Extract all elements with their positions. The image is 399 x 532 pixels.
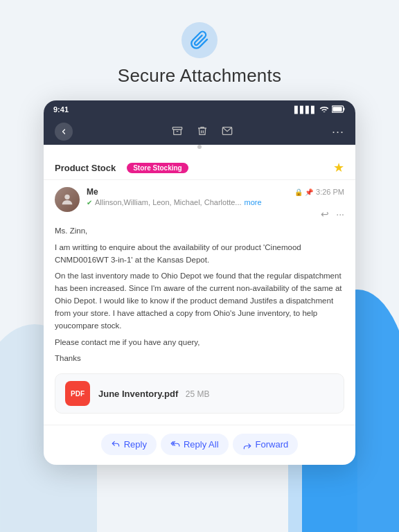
attachment-card[interactable]: PDF June Inventory.pdf 25 MB bbox=[55, 373, 344, 414]
recipients-text: Allinson,William, Leon, Michael, Charlot… bbox=[95, 198, 242, 206]
reply-all-button[interactable]: Reply All bbox=[161, 434, 229, 455]
svg-rect-3 bbox=[172, 127, 181, 129]
action-icons-row: ↩ ··· bbox=[87, 209, 344, 220]
more-options-icon[interactable]: ··· bbox=[336, 209, 344, 220]
back-button[interactable] bbox=[55, 123, 73, 141]
reply-quick-icon[interactable]: ↩ bbox=[321, 209, 329, 220]
sender-info: Me 🔒 📌 3:26 PM ✔ Allinson,William, Leon,… bbox=[87, 187, 344, 220]
mail-icon[interactable] bbox=[222, 125, 233, 139]
svg-rect-1 bbox=[344, 107, 345, 110]
sender-name: Me bbox=[87, 187, 98, 197]
status-icons: ▋▋▋▋ bbox=[294, 105, 346, 114]
sender-name-row: Me 🔒 📌 3:26 PM bbox=[87, 187, 344, 197]
reply-label: Reply bbox=[124, 439, 147, 450]
email-subject: Product Stock bbox=[55, 163, 116, 173]
toolbar-right: ··· bbox=[332, 125, 344, 139]
recipients-row: ✔ Allinson,William, Leon, Michael, Charl… bbox=[87, 198, 344, 206]
more-icon[interactable]: ··· bbox=[332, 125, 344, 139]
avatar bbox=[55, 187, 80, 212]
app-icon bbox=[181, 22, 218, 58]
body-p1: I am writting to enquire about the avail… bbox=[55, 242, 344, 267]
forward-label: Forward bbox=[256, 439, 289, 450]
reply-button[interactable]: Reply bbox=[101, 434, 157, 455]
status-bar: 9:41 ▋▋▋▋ bbox=[44, 100, 355, 118]
attachment-info: June Inventory.pdf 25 MB bbox=[98, 387, 334, 400]
body-p2: On the last inventory made to Ohio Depot… bbox=[55, 270, 344, 332]
back-icon bbox=[60, 127, 68, 136]
dot-indicator bbox=[197, 145, 202, 149]
tablet-frame: 9:41 ▋▋▋▋ bbox=[44, 100, 355, 465]
pdf-icon: PDF bbox=[65, 381, 90, 406]
reply-all-icon bbox=[170, 440, 180, 450]
attachment-name: June Inventory.pdf bbox=[98, 389, 178, 399]
page-title: Secure Attachments bbox=[118, 65, 281, 87]
sender-row: Me 🔒 📌 3:26 PM ✔ Allinson,William, Leon,… bbox=[55, 187, 344, 220]
bottom-actions: Reply Reply All Forward bbox=[44, 425, 355, 465]
battery-icon bbox=[332, 105, 346, 114]
avatar-image bbox=[55, 187, 80, 212]
forward-button[interactable]: Forward bbox=[233, 434, 299, 455]
sender-time-icons: 🔒 📌 bbox=[294, 188, 313, 196]
reply-icon bbox=[111, 440, 121, 450]
email-tag: Store Stocking bbox=[127, 163, 188, 173]
wifi-icon bbox=[319, 105, 329, 114]
toolbar-left bbox=[55, 123, 73, 141]
status-time: 9:41 bbox=[53, 105, 69, 114]
email-body: Me 🔒 📌 3:26 PM ✔ Allinson,William, Leon,… bbox=[44, 180, 355, 425]
email-header-left: Product Stock Store Stocking bbox=[55, 163, 188, 173]
sender-time: 🔒 📌 3:26 PM bbox=[294, 188, 344, 196]
page-header: Secure Attachments bbox=[0, 0, 399, 87]
signal-icon: ▋▋▋▋ bbox=[294, 106, 317, 114]
check-icon: ✔ bbox=[87, 199, 92, 206]
toolbar: ··· bbox=[44, 118, 355, 145]
paperclip-icon bbox=[190, 30, 209, 50]
forward-icon bbox=[242, 440, 252, 450]
delete-icon[interactable] bbox=[197, 125, 208, 139]
svg-point-5 bbox=[64, 195, 69, 200]
sender-time-text: 3:26 PM bbox=[316, 188, 344, 196]
attachment-size: 25 MB bbox=[186, 389, 210, 399]
email-header: Product Stock Store Stocking ★ bbox=[44, 153, 355, 180]
body-p4: Thanks bbox=[55, 353, 344, 365]
archive-icon[interactable] bbox=[172, 125, 183, 139]
svg-rect-2 bbox=[332, 107, 342, 112]
reply-all-label: Reply All bbox=[184, 439, 219, 450]
star-icon[interactable]: ★ bbox=[333, 160, 344, 175]
pdf-label: PDF bbox=[71, 390, 85, 398]
message-content: Ms. Zinn, I am writting to enquire about… bbox=[55, 225, 344, 365]
body-p3: Please contact me if you have any query, bbox=[55, 337, 344, 349]
more-link[interactable]: more bbox=[245, 198, 262, 206]
toolbar-center bbox=[172, 125, 233, 139]
salutation: Ms. Zinn, bbox=[55, 225, 344, 238]
